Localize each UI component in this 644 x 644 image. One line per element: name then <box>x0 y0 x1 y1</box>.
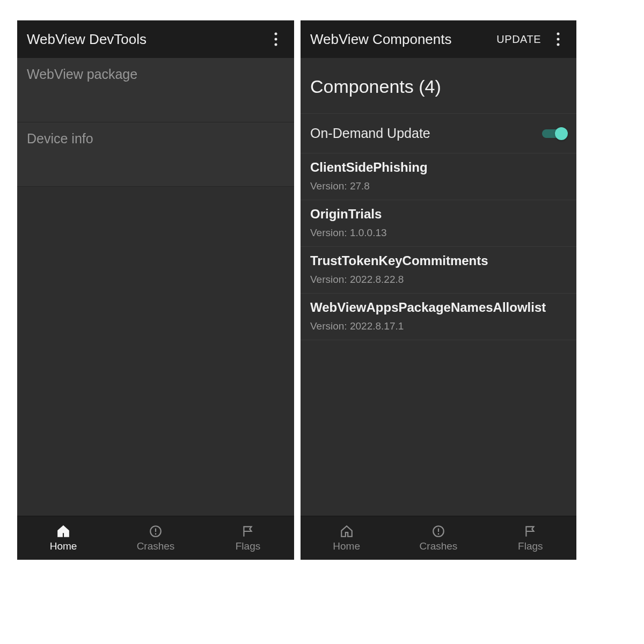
component-version: Version: 1.0.0.13 <box>310 227 567 239</box>
nav-label: Flags <box>518 540 543 552</box>
screen-components: WebView Components UPDATE Components (4)… <box>301 20 576 560</box>
component-version: Version: 2022.8.22.8 <box>310 274 567 286</box>
component-row[interactable]: WebViewAppsPackageNamesAllowlist Version… <box>301 294 576 340</box>
screen-devtools: WebView DevTools WebView package Device … <box>17 20 294 560</box>
svg-point-5 <box>155 533 157 535</box>
section-title: Device info <box>27 131 284 147</box>
svg-point-7 <box>557 38 560 41</box>
svg-point-11 <box>438 533 440 535</box>
appbar: WebView DevTools <box>17 20 294 58</box>
home-icon <box>340 524 354 538</box>
toggle-label: On-Demand Update <box>310 126 542 141</box>
section-device-info[interactable]: Device info <box>17 122 294 187</box>
flag-icon <box>241 524 255 538</box>
page-heading: Components (4) <box>301 58 576 114</box>
svg-point-6 <box>557 33 560 35</box>
bottom-nav: Home Crashes Flags <box>17 516 294 560</box>
section-webview-package[interactable]: WebView package <box>17 58 294 122</box>
on-demand-update-switch[interactable] <box>542 126 567 141</box>
nav-label: Home <box>333 540 360 552</box>
component-row[interactable]: ClientSidePhishing Version: 27.8 <box>301 153 576 200</box>
alert-icon <box>149 524 163 538</box>
nav-item-home[interactable]: Home <box>17 516 109 560</box>
appbar-title: WebView Components <box>310 31 452 48</box>
update-button[interactable]: UPDATE <box>490 29 547 50</box>
nav-label: Home <box>50 540 77 552</box>
nav-item-flags[interactable]: Flags <box>485 516 576 560</box>
component-version: Version: 27.8 <box>310 180 567 192</box>
page-title: Components (4) <box>310 76 567 97</box>
overflow-menu-icon[interactable] <box>547 28 569 50</box>
svg-point-1 <box>275 38 277 41</box>
alert-icon <box>431 524 445 538</box>
on-demand-update-row[interactable]: On-Demand Update <box>301 114 576 153</box>
content-area: WebView package Device info <box>17 58 294 516</box>
bottom-nav: Home Crashes Flags <box>301 516 576 560</box>
content-area: Components (4) On-Demand Update ClientSi… <box>301 58 576 516</box>
overflow-menu-icon[interactable] <box>265 28 287 50</box>
component-name: TrustTokenKeyCommitments <box>310 253 567 268</box>
component-version: Version: 2022.8.17.1 <box>310 320 567 332</box>
nav-item-flags[interactable]: Flags <box>202 516 294 560</box>
component-row[interactable]: OriginTrials Version: 1.0.0.13 <box>301 200 576 247</box>
flag-icon <box>523 524 537 538</box>
nav-item-home[interactable]: Home <box>301 516 392 560</box>
appbar-title: WebView DevTools <box>27 31 147 48</box>
svg-point-0 <box>275 33 277 35</box>
component-name: WebViewAppsPackageNamesAllowlist <box>310 300 567 315</box>
nav-label: Crashes <box>420 540 458 552</box>
component-name: OriginTrials <box>310 207 567 222</box>
nav-item-crashes[interactable]: Crashes <box>109 516 202 560</box>
component-row[interactable]: TrustTokenKeyCommitments Version: 2022.8… <box>301 247 576 294</box>
nav-item-crashes[interactable]: Crashes <box>392 516 484 560</box>
section-title: WebView package <box>27 67 284 82</box>
svg-point-8 <box>557 43 560 46</box>
svg-point-2 <box>275 43 277 46</box>
appbar: WebView Components UPDATE <box>301 20 576 58</box>
nav-label: Crashes <box>137 540 175 552</box>
home-icon <box>56 524 70 538</box>
nav-label: Flags <box>236 540 260 552</box>
component-name: ClientSidePhishing <box>310 160 567 175</box>
